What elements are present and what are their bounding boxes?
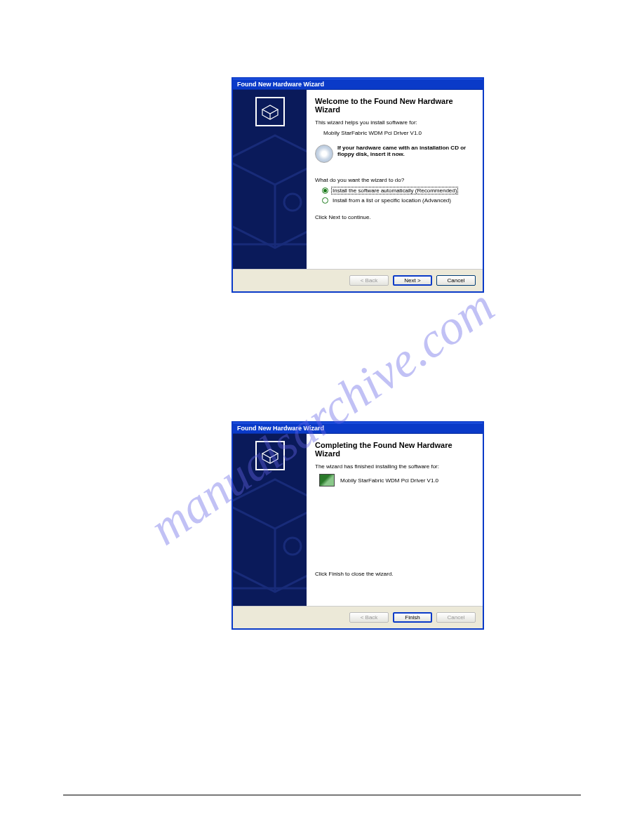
back-button: < Back xyxy=(349,612,389,623)
wizard-sidebar xyxy=(233,434,307,606)
finish-button[interactable]: Finish xyxy=(393,612,432,623)
next-button[interactable]: Next > xyxy=(393,275,432,286)
radio-advanced-install[interactable] xyxy=(322,197,328,204)
radio-auto-install[interactable] xyxy=(322,187,328,194)
radio-advanced-install-label[interactable]: Install from a list or specific location… xyxy=(331,197,452,204)
titlebar[interactable]: Found New Hardware Wizard xyxy=(233,79,483,90)
found-new-hardware-dialog-complete: Found New Hardware Wizard Completing the… xyxy=(232,421,484,630)
wizard-icon xyxy=(255,441,285,470)
driver-name: Mobily StarFabric WDM Pci Driver V1.0 xyxy=(340,477,438,484)
cd-icon xyxy=(315,145,333,163)
wizard-content: Completing the Found New Hardware Wizard… xyxy=(307,434,483,606)
continue-text: Click Next to continue. xyxy=(315,214,474,220)
wizard-heading: Welcome to the Found New Hardware Wizard xyxy=(315,97,474,114)
svg-point-0 xyxy=(284,194,301,211)
driver-name: Mobily StarFabric WDM Pci Driver V1.0 xyxy=(315,130,474,136)
cd-instruction: If your hardware came with an installati… xyxy=(337,145,474,157)
svg-point-2 xyxy=(284,538,301,555)
wizard-icon xyxy=(255,97,285,126)
button-row: < Back Next > Cancel xyxy=(233,269,483,291)
hardware-chip-icon xyxy=(319,474,335,486)
cancel-button[interactable]: Cancel xyxy=(436,275,476,286)
found-new-hardware-dialog-welcome: Found New Hardware Wizard Welcome to the… xyxy=(232,77,484,293)
wizard-heading: Completing the Found New Hardware Wizard xyxy=(315,441,474,458)
wizard-desc: This wizard helps you install software f… xyxy=(315,119,474,126)
wizard-sidebar xyxy=(233,90,307,269)
back-button: < Back xyxy=(349,275,389,286)
svg-rect-3 xyxy=(233,588,307,606)
continue-text: Click Finish to close the wizard. xyxy=(315,571,474,577)
wizard-content: Welcome to the Found New Hardware Wizard… xyxy=(307,90,483,269)
wizard-question: What do you want the wizard to do? xyxy=(315,177,474,183)
cancel-button: Cancel xyxy=(436,612,476,623)
button-row: < Back Finish Cancel xyxy=(233,606,483,628)
wizard-desc: The wizard has finished installing the s… xyxy=(315,463,474,470)
footer-divider xyxy=(63,795,581,795)
radio-auto-install-label[interactable]: Install the software automatically (Reco… xyxy=(331,187,458,194)
titlebar[interactable]: Found New Hardware Wizard xyxy=(233,423,483,434)
svg-rect-1 xyxy=(233,244,307,269)
